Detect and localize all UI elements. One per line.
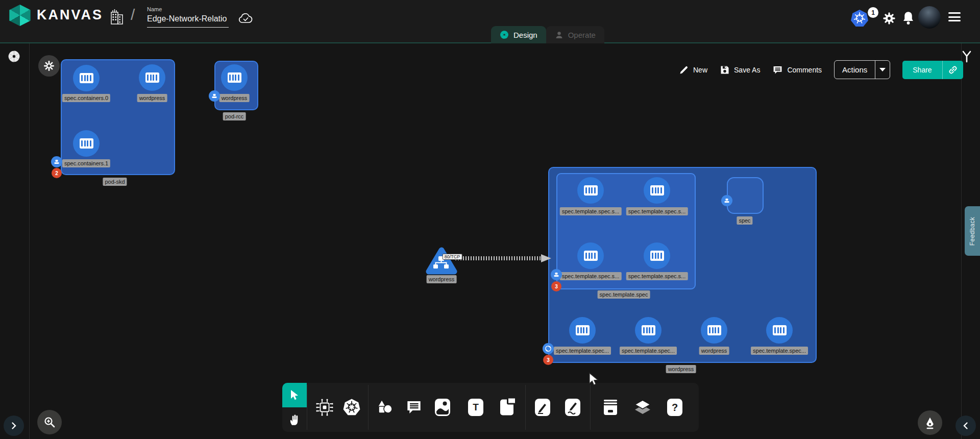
logo-text: KANVAS — [37, 7, 103, 23]
toolbar-divider — [368, 385, 369, 430]
breadcrumb-separator: / — [131, 6, 135, 23]
design-name-input[interactable]: Edge-Network-Relatio — [147, 14, 229, 28]
node-wordpress-rcc[interactable] — [221, 64, 248, 91]
pod-mini-icon — [553, 272, 559, 278]
service-edge-arrow[interactable] — [454, 254, 552, 263]
settings-gear-icon[interactable] — [882, 11, 896, 26]
pen-nib-icon — [923, 416, 937, 429]
left-dock-expand-button[interactable] — [4, 416, 24, 436]
design-pinwheel-icon — [500, 30, 509, 39]
container-icon — [228, 72, 241, 83]
node-deploy-1[interactable] — [635, 317, 662, 344]
zoom-button[interactable] — [37, 410, 62, 434]
feedback-tab[interactable]: Feedback — [965, 206, 980, 256]
container-icon — [80, 138, 93, 149]
edge-pen-tool[interactable] — [535, 399, 550, 416]
actions-split-button[interactable]: Actions — [834, 60, 890, 79]
node-wordpress-skd[interactable] — [139, 64, 165, 91]
left-dock-swirl-icon[interactable] — [8, 50, 20, 63]
organization-building-icon[interactable] — [109, 8, 125, 25]
share-link-toggle[interactable] — [943, 61, 963, 79]
text-tool[interactable]: T — [468, 399, 483, 416]
shapes-tool[interactable] — [375, 399, 394, 416]
notifications-bell-icon[interactable] — [901, 11, 915, 26]
pencil-squiggle-icon — [565, 399, 580, 416]
comment-tool[interactable] — [405, 399, 423, 416]
right-dock-divider — [961, 43, 962, 439]
kanvas-logo-icon[interactable] — [8, 5, 32, 26]
pan-tool-button[interactable] — [282, 407, 307, 432]
error-count-badge[interactable]: 3 — [543, 355, 553, 365]
hamburger-menu-icon[interactable] — [948, 12, 961, 21]
ink-pen-button[interactable] — [918, 410, 942, 435]
tab-operate[interactable]: Operate — [546, 26, 604, 43]
node-label: spec.template.spec.s... — [560, 272, 622, 280]
comments-button[interactable]: Comments — [772, 65, 822, 75]
user-avatar[interactable] — [918, 6, 941, 29]
node-template-1[interactable] — [644, 177, 670, 204]
node-spec-containers-0[interactable] — [73, 65, 100, 91]
node-deploy-wordpress[interactable] — [701, 317, 727, 344]
text-tool-icon: T — [468, 399, 483, 416]
cloud-saved-icon — [238, 12, 254, 25]
service-node-wordpress[interactable] — [425, 246, 458, 276]
actions-button-label[interactable]: Actions — [835, 61, 875, 79]
link-icon — [948, 65, 958, 75]
freehand-draw-tool[interactable] — [565, 399, 580, 416]
layers-tool[interactable] — [634, 399, 651, 416]
circuit-chip-icon — [316, 399, 333, 416]
node-label: spec.template.spec... — [751, 347, 808, 355]
question-icon: ? — [667, 399, 682, 416]
save-as-button[interactable]: Save As — [720, 65, 760, 75]
node-spec[interactable] — [727, 177, 764, 214]
pod-relationship-badge[interactable] — [551, 269, 562, 280]
group-gear-icon — [43, 60, 55, 71]
node-template-0[interactable] — [577, 177, 604, 204]
image-icon — [435, 399, 450, 416]
chevron-right-icon — [10, 422, 18, 430]
deployment-relationship-badge[interactable] — [543, 343, 554, 354]
kubernetes-components-tool[interactable] — [342, 398, 361, 417]
node-spec-containers-1[interactable] — [73, 130, 100, 157]
component-shapes-tool[interactable] — [316, 399, 333, 416]
pod-relationship-badge[interactable] — [209, 90, 220, 102]
pen-line-icon — [535, 399, 550, 416]
sticky-note-icon — [500, 400, 513, 416]
share-button-label[interactable]: Share — [902, 61, 942, 79]
new-button[interactable]: New — [679, 65, 707, 75]
drawer-tool[interactable] — [602, 399, 619, 416]
feedback-label: Feedback — [969, 216, 976, 246]
node-deploy-3[interactable] — [766, 317, 793, 344]
tab-design[interactable]: Design — [491, 26, 546, 43]
node-template-2[interactable] — [577, 242, 604, 269]
image-tool[interactable] — [435, 399, 450, 416]
node-template-3[interactable] — [644, 242, 670, 269]
pod-relationship-badge[interactable] — [51, 156, 62, 167]
container-icon — [650, 251, 664, 261]
comment-bubble-icon — [405, 399, 423, 416]
container-icon — [773, 325, 787, 335]
node-label: spec.template.spec.s... — [560, 207, 622, 215]
actions-dropdown-toggle[interactable] — [875, 61, 890, 79]
group-action-button[interactable] — [38, 55, 60, 77]
drawer-archive-icon — [602, 399, 619, 416]
help-tool[interactable]: ? — [667, 399, 682, 416]
toolbar-divider — [590, 385, 591, 430]
note-tool[interactable] — [500, 400, 513, 416]
node-deploy-0[interactable] — [569, 317, 596, 344]
hand-icon — [288, 413, 301, 426]
share-split-button[interactable]: Share — [902, 61, 963, 79]
header-bar: KANVAS / Name Edge-Network-Relatio — [0, 0, 980, 42]
kanvas-app: KANVAS / Name Edge-Network-Relatio — [0, 0, 980, 439]
container-icon — [584, 251, 598, 261]
container-icon — [642, 325, 655, 335]
kubernetes-count-badge: 1 — [868, 7, 878, 18]
node-label: spec.template.spec.s... — [626, 207, 688, 215]
kubernetes-context-icon[interactable] — [850, 9, 869, 28]
error-count-badge[interactable]: 2 — [52, 168, 62, 178]
select-tool-button[interactable] — [282, 383, 307, 407]
pod-relationship-badge[interactable] — [721, 195, 732, 206]
error-count-badge[interactable]: 3 — [551, 281, 561, 291]
container-icon — [650, 185, 664, 196]
right-dock-collapse-button[interactable] — [955, 416, 976, 436]
